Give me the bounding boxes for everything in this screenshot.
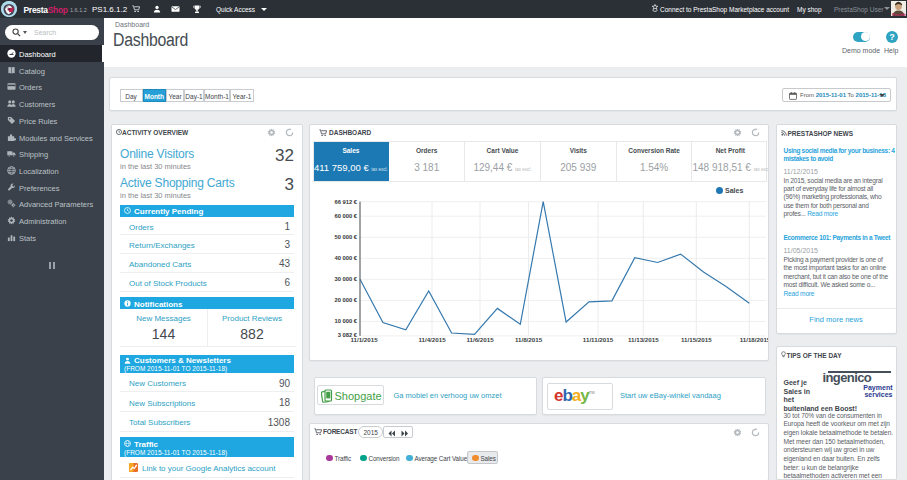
svg-text:11/15/2015: 11/15/2015 <box>681 336 712 343</box>
svg-text:11/1/2015: 11/1/2015 <box>350 336 378 343</box>
svg-text:30 000 €: 30 000 € <box>334 276 357 282</box>
svg-text:20 000 €: 20 000 € <box>334 297 357 303</box>
svg-text:60 000 €: 60 000 € <box>334 213 357 219</box>
svg-text:10 000 €: 10 000 € <box>334 318 357 324</box>
svg-text:66 912 €: 66 912 € <box>334 198 357 204</box>
svg-text:40 000 €: 40 000 € <box>334 255 357 261</box>
svg-text:PrestaShop: PrestaShop <box>892 13 906 17</box>
svg-text:11/8/2015: 11/8/2015 <box>515 336 543 343</box>
svg-text:11/11/2015: 11/11/2015 <box>583 336 614 343</box>
svg-text:11/4/2015: 11/4/2015 <box>418 336 446 343</box>
svg-text:11/13/2015: 11/13/2015 <box>628 336 659 343</box>
svg-text:11/6/2015: 11/6/2015 <box>466 336 494 343</box>
svg-text:11/18/2015: 11/18/2015 <box>740 336 769 343</box>
svg-text:50 000 €: 50 000 € <box>334 234 357 240</box>
